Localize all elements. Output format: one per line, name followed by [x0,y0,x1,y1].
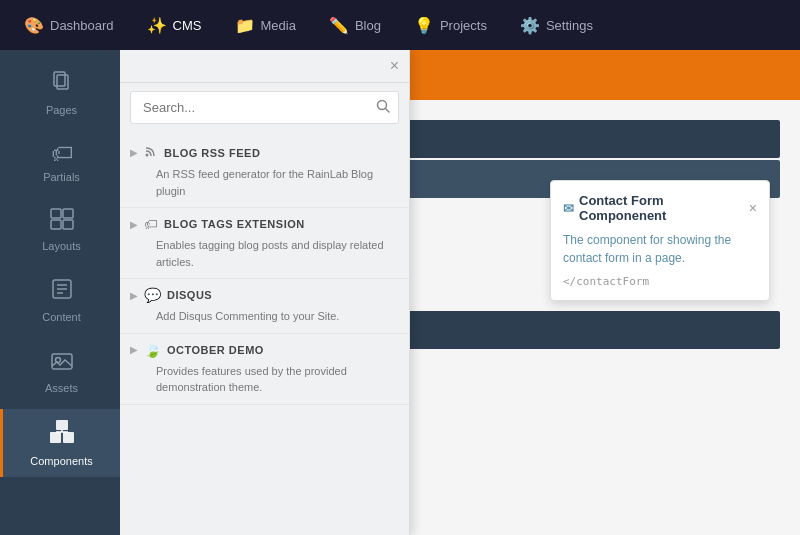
group-desc-disqus: Add Disqus Commenting to your Site. [130,308,399,325]
sidebar-item-pages[interactable]: Pages [0,60,120,126]
sidebar-item-content[interactable]: Content [0,267,120,333]
sidebar-label-content: Content [42,311,81,323]
leaf-icon: 🍃 [144,342,161,358]
envelope-icon: ✉ [563,201,574,216]
svg-rect-4 [51,220,61,229]
media-icon: 📁 [235,16,255,35]
rss-icon [144,144,158,161]
group-blog-rss-header[interactable]: ▶ BLOG RSS FEED [130,144,399,161]
nav-item-cms[interactable]: ✨ CMS [133,8,216,43]
group-arrow-icon-3: ▶ [130,290,138,301]
component-panel: × ▶ [120,50,410,535]
svg-rect-2 [51,209,61,218]
component-group-disqus: ▶ 💬 DISQUS Add Disqus Commenting to your… [120,279,409,334]
nav-label-blog: Blog [355,18,381,33]
svg-point-19 [146,154,149,157]
popup-header: ✉ Contact Form Componenent × [563,193,757,223]
svg-rect-1 [57,75,68,89]
dashboard-icon: 🎨 [24,16,44,35]
sidebar-item-partials[interactable]: 🏷 Partials [0,131,120,193]
settings-icon: ⚙️ [520,16,540,35]
nav-label-media: Media [261,18,296,33]
content-area: categories on the back-end users. ✉ Cont… [120,50,800,535]
partials-icon: 🏷 [51,141,73,167]
group-title-october-demo: OCTOBER DEMO [167,344,264,356]
blog-icon: ✏️ [329,16,349,35]
popup-description: The component for showing the contact fo… [563,231,757,267]
svg-rect-3 [63,209,73,218]
svg-rect-5 [63,220,73,229]
components-icon [49,419,75,451]
svg-rect-0 [54,72,65,86]
nav-label-projects: Projects [440,18,487,33]
nav-label-cms: CMS [173,18,202,33]
contact-form-popup: ✉ Contact Form Componenent × The compone… [550,180,770,301]
top-nav: 🎨 Dashboard ✨ CMS 📁 Media ✏️ Blog 💡 Proj… [0,0,800,50]
nav-item-settings[interactable]: ⚙️ Settings [506,8,607,43]
panel-close-button[interactable]: × [390,58,399,74]
component-group-blog-tags: ▶ 🏷 BLOG TAGS EXTENSION Enables tagging … [120,208,409,279]
assets-icon [50,348,74,378]
popup-title: ✉ Contact Form Componenent [563,193,749,223]
sidebar-label-partials: Partials [43,171,80,183]
sidebar: Pages 🏷 Partials Layouts [0,50,120,535]
group-disqus-header[interactable]: ▶ 💬 DISQUS [130,287,399,303]
pages-icon [50,70,74,100]
projects-icon: 💡 [414,16,434,35]
group-desc-blog-tags: Enables tagging blog posts and display r… [130,237,399,270]
group-desc-october-demo: Provides features used by the provided d… [130,363,399,396]
tag-icon: 🏷 [144,216,158,232]
group-october-demo-header[interactable]: ▶ 🍃 OCTOBER DEMO [130,342,399,358]
group-title-blog-tags: BLOG TAGS EXTENSION [164,218,305,230]
sidebar-item-components[interactable]: Components [0,409,120,477]
svg-line-18 [386,109,390,113]
search-input[interactable] [139,92,376,123]
panel-header: × [120,50,409,83]
sidebar-item-layouts[interactable]: Layouts [0,198,120,262]
main-layout: Pages 🏷 Partials Layouts [0,50,800,535]
component-group-blog-rss: ▶ BLOG RSS FEED An RSS feed generator fo… [120,136,409,208]
svg-rect-10 [52,354,72,369]
sidebar-label-layouts: Layouts [42,240,81,252]
nav-label-dashboard: Dashboard [50,18,114,33]
svg-rect-14 [56,420,68,430]
group-blog-tags-header[interactable]: ▶ 🏷 BLOG TAGS EXTENSION [130,216,399,232]
group-arrow-icon: ▶ [130,147,138,158]
search-button[interactable] [376,99,390,116]
chat-icon: 💬 [144,287,161,303]
group-title-blog-rss: BLOG RSS FEED [164,147,260,159]
group-desc-blog-rss: An RSS feed generator for the RainLab Bl… [130,166,399,199]
sidebar-label-assets: Assets [45,382,78,394]
popup-tag: </contactForm [563,275,757,288]
nav-item-projects[interactable]: 💡 Projects [400,8,501,43]
nav-item-blog[interactable]: ✏️ Blog [315,8,395,43]
nav-item-dashboard[interactable]: 🎨 Dashboard [10,8,128,43]
component-group-october-demo: ▶ 🍃 OCTOBER DEMO Provides features used … [120,334,409,405]
sidebar-label-pages: Pages [46,104,77,116]
sidebar-label-components: Components [30,455,92,467]
svg-rect-13 [63,432,74,443]
layouts-icon [50,208,74,236]
sidebar-item-assets[interactable]: Assets [0,338,120,404]
group-arrow-icon-4: ▶ [130,344,138,355]
popup-close-button[interactable]: × [749,200,757,216]
content-icon [50,277,74,307]
svg-rect-12 [50,432,61,443]
group-arrow-icon-2: ▶ [130,219,138,230]
nav-label-settings: Settings [546,18,593,33]
cms-icon: ✨ [147,16,167,35]
nav-item-media[interactable]: 📁 Media [221,8,310,43]
group-title-disqus: DISQUS [167,289,212,301]
search-bar [130,91,399,124]
